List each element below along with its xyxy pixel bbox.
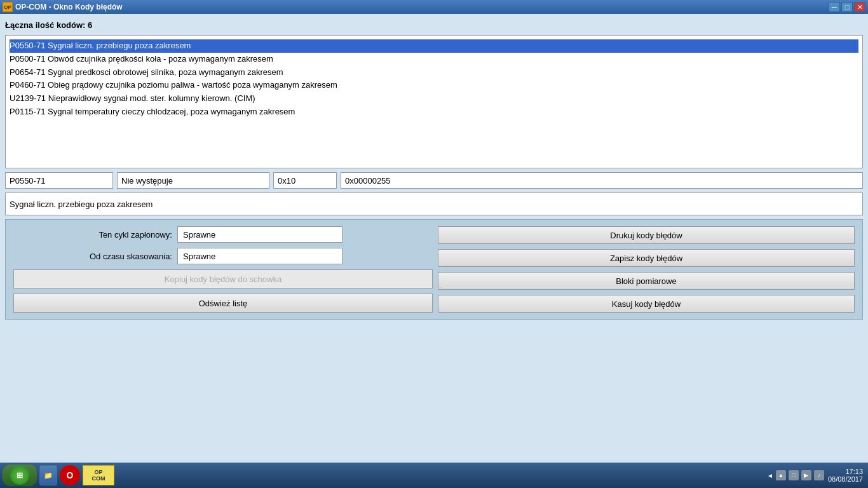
print-button[interactable]: Drukuj kody błędów bbox=[438, 226, 855, 244]
time-display: 17:13 bbox=[845, 468, 863, 475]
list-item[interactable]: P0115-71 Sygnal temperatury cieczy chlod… bbox=[10, 105, 858, 119]
description-text: Sygnał liczn. przebiegu poza zakresem bbox=[10, 200, 153, 209]
blocks-button[interactable]: Bloki pomiarowe bbox=[438, 272, 855, 290]
description-box: Sygnał liczn. przebiegu poza zakresem bbox=[5, 193, 863, 215]
two-col-controls: Ten cykl zapłonowy: Od czasu skasowania:… bbox=[13, 226, 855, 313]
tray-icon-4: ♪ bbox=[814, 470, 824, 480]
opera-icon: O bbox=[67, 470, 74, 480]
detail-row bbox=[5, 172, 863, 189]
list-item[interactable]: P0550-71 Sygnał liczn. przebiegu poza za… bbox=[10, 39, 858, 53]
close-button[interactable]: ✕ bbox=[854, 2, 865, 12]
tray-icon-1: ▲ bbox=[776, 470, 786, 480]
taskbar: ⊞ 📁 O OP COM ◄ ▲ □ ▶ ♪ 17:13 08/08/2017 bbox=[0, 463, 868, 488]
refresh-button[interactable]: Odśwież listę bbox=[13, 294, 433, 313]
summary-label: Łączna ilość kodów: 6 bbox=[5, 19, 863, 31]
ten-cykl-input[interactable] bbox=[177, 226, 342, 243]
windows-logo: ⊞ bbox=[17, 471, 23, 480]
save-button[interactable]: Zapisz kody błędów bbox=[438, 249, 855, 267]
app-icon: OP bbox=[3, 2, 13, 12]
opera-taskbar[interactable]: O bbox=[60, 465, 80, 485]
copy-button[interactable]: Kopiuj kody błędów do schowka bbox=[13, 269, 433, 288]
list-item[interactable]: P0460-71 Obieg prądowy czujnika poziomu … bbox=[10, 79, 858, 92]
tray-icon-3: ▶ bbox=[801, 470, 811, 480]
code-field[interactable] bbox=[5, 172, 113, 189]
maximize-button[interactable]: □ bbox=[841, 2, 853, 12]
list-item[interactable]: P0654-71 Sygnal predkosci obrotowej siln… bbox=[10, 66, 858, 79]
opcom-line1: OP bbox=[94, 469, 102, 475]
date-display: 08/08/2017 bbox=[828, 475, 863, 483]
left-col: Ten cykl zapłonowy: Od czasu skasowania:… bbox=[13, 226, 433, 313]
right-col: Drukuj kody błędów Zapisz kody błędów Bl… bbox=[438, 226, 855, 313]
error-list-box[interactable]: P0550-71 Sygnał liczn. przebiegu poza za… bbox=[5, 35, 863, 168]
controls-area: Ten cykl zapłonowy: Od czasu skasowania:… bbox=[5, 219, 863, 320]
tray-arrow-icon: ◄ bbox=[767, 472, 773, 479]
od-czasu-row: Od czasu skasowania: bbox=[13, 248, 433, 264]
ten-cykl-label: Ten cykl zapłonowy: bbox=[13, 230, 172, 240]
titlebar: OP OP-COM - Okno Kody błędów ─ □ ✕ bbox=[0, 0, 868, 14]
list-item[interactable]: P0500-71 Obwód czujnika prędkości koła -… bbox=[10, 53, 858, 66]
opcom-line2: COM bbox=[92, 475, 105, 482]
file-manager-icon: 📁 bbox=[44, 471, 53, 480]
start-button[interactable]: ⊞ bbox=[3, 464, 37, 486]
start-circle: ⊞ bbox=[10, 466, 29, 485]
hex1-field[interactable] bbox=[273, 172, 337, 189]
clear-button[interactable]: Kasuj kody błędów bbox=[438, 295, 855, 313]
opcom-taskbar[interactable]: OP COM bbox=[83, 465, 114, 485]
status-field[interactable] bbox=[117, 172, 269, 189]
titlebar-controls: ─ □ ✕ bbox=[829, 2, 865, 12]
clock: 17:13 08/08/2017 bbox=[828, 468, 863, 483]
minimize-button[interactable]: ─ bbox=[829, 2, 840, 12]
titlebar-left: OP OP-COM - Okno Kody błędów bbox=[3, 2, 123, 12]
window-title: OP-COM - Okno Kody błędów bbox=[15, 3, 123, 11]
tray-icons: ◄ ▲ □ ▶ ♪ bbox=[767, 470, 824, 480]
list-item[interactable]: U2139-71 Nieprawidłowy sygnał mod. ster.… bbox=[10, 92, 858, 105]
tray-icon-2: □ bbox=[789, 470, 799, 480]
taskbar-right: ◄ ▲ □ ▶ ♪ 17:13 08/08/2017 bbox=[767, 468, 865, 483]
file-manager-taskbar[interactable]: 📁 bbox=[39, 465, 57, 485]
od-czasu-label: Od czasu skasowania: bbox=[13, 252, 172, 261]
hex2-field[interactable] bbox=[341, 172, 863, 189]
main-content: Łączna ilość kodów: 6 P0550-71 Sygnał li… bbox=[0, 14, 868, 463]
od-czasu-input[interactable] bbox=[177, 248, 342, 264]
ten-cykl-row: Ten cykl zapłonowy: bbox=[13, 226, 433, 243]
